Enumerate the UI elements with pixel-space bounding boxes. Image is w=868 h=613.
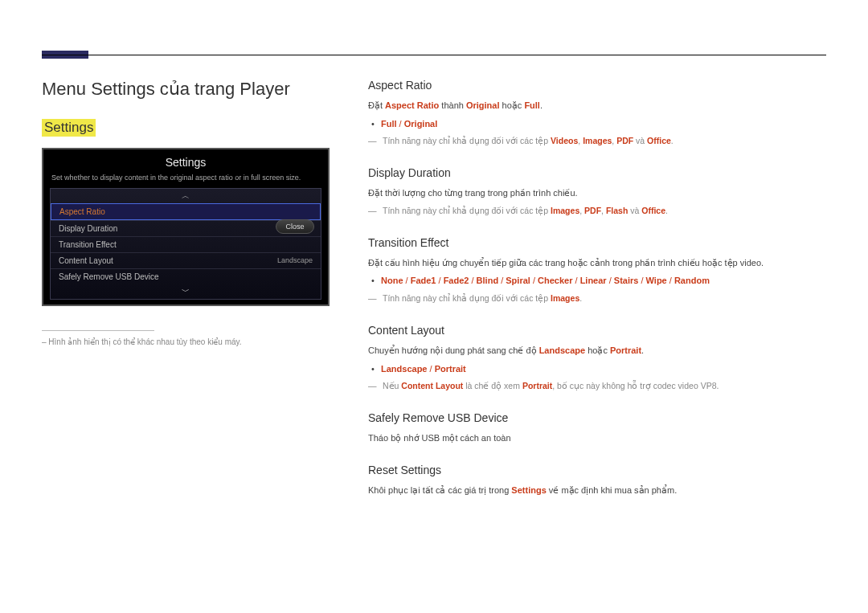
aspect-options: Full / Original xyxy=(368,116,826,132)
settings-heading: Settings xyxy=(42,119,96,137)
panel-item-label: Display Duration xyxy=(59,224,313,233)
panel-list: ︿ Aspect Ratio Display Duration Transiti… xyxy=(50,188,321,300)
right-column: Aspect Ratio Đặt Aspect Ratio thành Orig… xyxy=(368,79,826,516)
panel-item-aspect-ratio[interactable]: Aspect Ratio xyxy=(51,203,321,220)
transition-description: Đặt cấu hình hiệu ứng chuyển tiếp giữa c… xyxy=(368,255,826,271)
panel-item-label: Aspect Ratio xyxy=(59,207,312,216)
section-title: Display Duration xyxy=(368,166,826,179)
footnote-content: Hình ảnh hiển thị có thể khác nhau tùy t… xyxy=(48,337,241,346)
section-title: Reset Settings xyxy=(368,464,826,476)
duration-description: Đặt thời lượng cho từng trang trong phần… xyxy=(368,186,826,201)
close-button[interactable]: Close xyxy=(276,219,314,234)
section-title: Aspect Ratio xyxy=(368,79,826,92)
section-safely-remove-usb: Safely Remove USB Device Tháo bộ nhớ USB… xyxy=(368,411,826,446)
footnote-rule xyxy=(42,330,154,331)
aspect-note: Tính năng này chỉ khả dụng đối với các t… xyxy=(368,134,826,149)
section-aspect-ratio: Aspect Ratio Đặt Aspect Ratio thành Orig… xyxy=(368,79,826,149)
header-rule xyxy=(42,55,826,55)
layout-description: Chuyển hướng nội dung phát sang chế độ L… xyxy=(368,343,826,358)
scroll-up-icon[interactable]: ︿ xyxy=(51,189,321,203)
section-reset-settings: Reset Settings Khôi phục lại tất cả các … xyxy=(368,464,826,498)
panel-item-safely-remove-usb[interactable]: Safely Remove USB Device xyxy=(51,268,321,284)
section-transition-effect: Transition Effect Đặt cấu hình hiệu ứng … xyxy=(368,236,826,306)
section-title: Content Layout xyxy=(368,324,826,337)
panel-item-label: Safely Remove USB Device xyxy=(59,272,313,281)
footnote-text: – Hình ảnh hiển thị có thể khác nhau tùy… xyxy=(42,337,330,346)
section-title: Transition Effect xyxy=(368,236,826,249)
panel-item-content-layout[interactable]: Content Layout Landscape xyxy=(51,252,321,268)
reset-description: Khôi phục lại tất cả các giá trị trong S… xyxy=(368,483,826,498)
section-content-layout: Content Layout Chuyển hướng nội dung phá… xyxy=(368,324,826,394)
transition-note: Tính năng này chỉ khả dụng đối với các t… xyxy=(368,292,826,306)
panel-description: Set whether to display content in the or… xyxy=(43,174,328,188)
usb-description: Tháo bộ nhớ USB một cách an toàn xyxy=(368,431,826,446)
page-body: Menu Settings của trang Player Settings … xyxy=(42,79,826,516)
panel-item-transition-effect[interactable]: Transition Effect xyxy=(51,236,321,252)
scroll-down-icon[interactable]: ﹀ xyxy=(51,284,321,299)
transition-options: None / Fade1 / Fade2 / Blind / Spiral / … xyxy=(368,273,826,288)
duration-note: Tính năng này chỉ khả dụng đối với các t… xyxy=(368,204,826,219)
layout-note: Nếu Content Layout là chế độ xem Portrai… xyxy=(368,379,826,394)
panel-item-label: Transition Effect xyxy=(59,240,313,249)
aspect-description: Đặt Aspect Ratio thành Original hoặc Ful… xyxy=(368,98,826,113)
settings-panel-screenshot: Settings Set whether to display content … xyxy=(42,148,330,306)
left-column: Menu Settings của trang Player Settings … xyxy=(42,79,330,516)
panel-item-label: Content Layout xyxy=(59,256,277,265)
layout-options: Landscape / Portrait xyxy=(368,362,826,377)
panel-item-value: Landscape xyxy=(277,256,313,264)
section-title: Safely Remove USB Device xyxy=(368,411,826,424)
panel-title: Settings xyxy=(43,149,328,174)
section-display-duration: Display Duration Đặt thời lượng cho từng… xyxy=(368,166,826,219)
page-title: Menu Settings của trang Player xyxy=(42,79,330,100)
